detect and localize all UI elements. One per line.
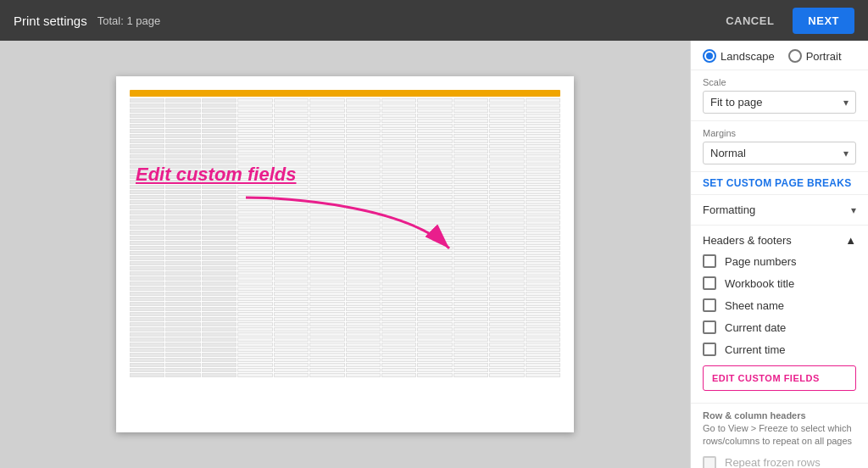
sheet-cell — [202, 226, 236, 230]
sheet-cell — [309, 317, 344, 321]
cancel-button[interactable]: CANCEL — [717, 9, 782, 32]
sheet-cell — [309, 287, 344, 291]
sheet-cell — [417, 373, 452, 377]
sheet-cell — [526, 287, 560, 291]
sheet-cell — [453, 109, 488, 113]
sheet-cell — [165, 205, 200, 209]
sheet-cell — [274, 276, 309, 281]
sheet-cell — [237, 215, 272, 220]
checkbox-page-numbers[interactable]: Page numbers — [691, 250, 868, 272]
checkbox-current-date[interactable]: Current date — [691, 316, 868, 338]
preview-area: Edit custom fields — [0, 41, 690, 468]
sheet-cell — [526, 241, 560, 245]
sheet-cell — [489, 175, 524, 179]
formatting-section: Formatting ▾ — [691, 195, 868, 226]
sheet-cell — [417, 114, 452, 118]
sheet-cell — [346, 266, 381, 270]
sheet-cell — [165, 200, 200, 204]
sheet-cell — [130, 180, 164, 184]
sheet-row — [130, 164, 560, 169]
sheet-cell — [309, 348, 344, 352]
margins-dropdown[interactable]: Normal ▾ — [703, 142, 856, 164]
sheet-cell — [526, 124, 560, 128]
sheet-cell — [130, 190, 164, 194]
sheet-cell — [346, 256, 381, 260]
sheet-cell — [526, 159, 560, 164]
sheet-cell — [165, 190, 200, 194]
sheet-cell — [346, 271, 381, 276]
landscape-option[interactable]: Landscape — [703, 49, 775, 63]
sheet-cell — [417, 129, 452, 133]
sheet-cell — [130, 226, 164, 230]
sheet-cell — [309, 302, 344, 306]
scale-section: Scale Fit to page ▾ — [691, 70, 868, 121]
sheet-cell — [130, 210, 164, 214]
sheet-cell — [381, 297, 416, 301]
sheet-cell — [526, 246, 560, 250]
portrait-radio[interactable] — [788, 49, 802, 63]
next-button[interactable]: NEXT — [793, 8, 854, 34]
sheet-row — [130, 363, 560, 367]
sheet-row — [130, 373, 560, 377]
sheet-cell — [526, 343, 560, 347]
sheet-cell — [381, 231, 416, 235]
sheet-row — [130, 256, 560, 260]
sheet-cell — [381, 154, 416, 159]
sheet-cell — [526, 312, 560, 316]
checkbox-workbook-title-box[interactable] — [703, 276, 716, 290]
sheet-cell — [237, 241, 272, 245]
sheet-cell — [202, 129, 236, 133]
checkbox-workbook-title[interactable]: Workbook title — [691, 272, 868, 294]
sheet-cell — [453, 210, 488, 214]
sheet-cell — [274, 343, 309, 347]
formatting-header[interactable]: Formatting ▾ — [691, 195, 868, 225]
sheet-cell — [274, 261, 309, 265]
sheet-cell — [202, 215, 236, 220]
sheet-row — [130, 220, 560, 225]
sheet-cell — [274, 185, 309, 189]
landscape-radio[interactable] — [703, 49, 716, 63]
sheet-cell — [453, 149, 488, 153]
sheet-cell — [526, 200, 560, 204]
sheet-cell — [381, 271, 416, 276]
checkbox-sheet-name-box[interactable] — [703, 298, 716, 312]
checkbox-current-time[interactable]: Current time — [691, 338, 868, 360]
sheet-row — [130, 297, 560, 301]
sheet-cell — [417, 231, 452, 235]
sheet-cell — [237, 327, 272, 332]
sheet-cell — [526, 134, 560, 138]
sheet-cell — [489, 246, 524, 250]
edit-custom-fields-button[interactable]: EDIT CUSTOM FIELDS — [703, 365, 856, 391]
sheet-cell — [130, 276, 164, 281]
sheet-cell — [346, 175, 381, 179]
sheet-cell — [274, 139, 309, 143]
checkbox-current-time-box[interactable] — [703, 343, 716, 356]
topbar: Print settings Total: 1 page CANCEL NEXT — [0, 0, 868, 41]
sheet-cell — [381, 114, 416, 118]
sheet-cell — [417, 154, 452, 159]
sheet-cell — [381, 215, 416, 220]
sheet-cell — [202, 231, 236, 235]
sheet-cell — [202, 368, 236, 372]
sheet-cell — [130, 271, 164, 276]
sheet-cell — [237, 276, 272, 281]
sheet-row — [130, 343, 560, 347]
sheet-cell — [274, 180, 309, 184]
checkbox-sheet-name[interactable]: Sheet name — [691, 294, 868, 316]
sheet-row — [130, 144, 560, 148]
sheet-cell — [130, 205, 164, 209]
set-custom-page-breaks-link[interactable]: SET CUSTOM PAGE BREAKS — [691, 172, 868, 195]
checkbox-current-date-box[interactable] — [703, 320, 716, 334]
sheet-cell — [237, 124, 272, 128]
checkbox-page-numbers-box[interactable] — [703, 254, 716, 268]
sheet-cell — [489, 297, 524, 301]
portrait-option[interactable]: Portrait — [788, 49, 842, 63]
sheet-cell — [130, 164, 164, 169]
sheet-cell — [417, 103, 452, 108]
sheet-cell — [453, 124, 488, 128]
sheet-cell — [165, 144, 200, 148]
scale-dropdown[interactable]: Fit to page ▾ — [703, 91, 856, 114]
sheet-cell — [489, 129, 524, 133]
sheet-cell — [309, 231, 344, 235]
headers-footers-header[interactable]: Headers & footers ▲ — [691, 227, 868, 250]
